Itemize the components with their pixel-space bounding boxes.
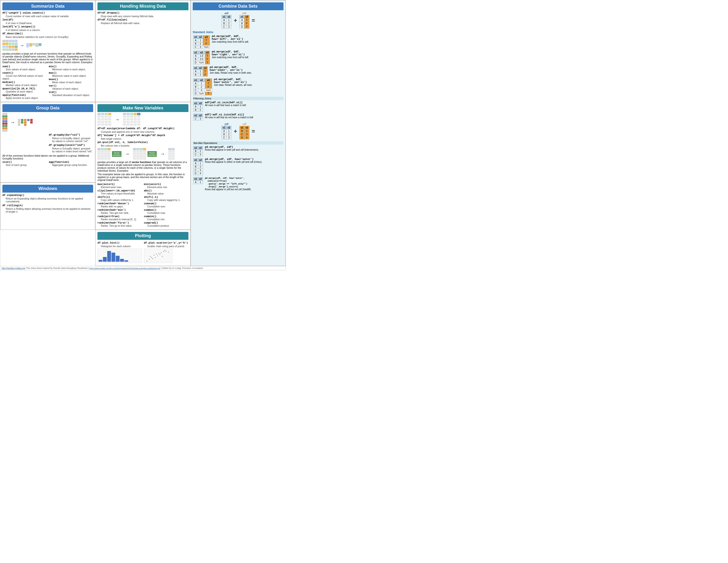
- set-op1-desc: pd.merge(ydf, zdf) Rows that appear in b…: [205, 146, 283, 151]
- make-new-narrative: pandas provides a large set of vector fu…: [97, 161, 188, 172]
- right-join-code: pd.merge(adf, bdf, how='right', on='x1'): [212, 50, 245, 56]
- group-arrow: →: [10, 120, 15, 125]
- outer-join-table: x1x2x3 A1T B2F C3NaN DNaNT: [193, 78, 212, 95]
- set-op3-table: x1x2 A1: [193, 177, 203, 184]
- group-desc: df.groupby(by="col") Return a GroupBy ob…: [2, 133, 93, 153]
- group-diagram: →: [2, 113, 93, 132]
- zdf-area: zdf x1x2 B2 C3 D4: [239, 122, 250, 140]
- plotting-content: df.plot.hist() Histogram for each column…: [97, 241, 188, 264]
- group-note: The examples below can also be applied t…: [97, 173, 188, 181]
- summarize-functions: sum()Sum values of each object. count()C…: [2, 64, 93, 100]
- right-join-row: x1x2x3 A1.0T B2.0F DNaNT pd.merge(adf, b…: [193, 50, 283, 65]
- filter-join1-code: adf[adf.x1.isin(bdf.x1)]: [205, 101, 243, 104]
- filter-joins-label: Filtering Joins: [193, 97, 283, 100]
- set-op3-desc: pd.merge(ydf, zdf, how='outer', indicato…: [205, 177, 283, 191]
- code-abs: abs(): [144, 189, 152, 192]
- plotting-section: Plotting df.plot.hist() Histogram for ea…: [95, 230, 190, 266]
- code-rank-min: rank(method='min'): [97, 208, 126, 211]
- code-cummax: cummax(): [144, 208, 157, 211]
- desc-describe: Basic descriptive statistics for each co…: [2, 35, 93, 38]
- after-bars: [26, 43, 41, 47]
- scatter-visual: [144, 248, 172, 263]
- vec-after: [133, 148, 146, 160]
- before-bars: [2, 40, 18, 51]
- code-hist: df.plot.hist(): [97, 241, 119, 244]
- code-groupby-col: df.groupby(by="col"): [49, 133, 80, 136]
- code-len-df: len(df): [2, 18, 13, 21]
- filter-join2-desc: adf[~adf.x1.isin(bdf.x1)] All rows in ad…: [205, 113, 283, 119]
- make-new-functions: max(axis=1)Element-wise max. clip(lower=…: [97, 182, 188, 227]
- ydf-label: ydf: [221, 122, 232, 125]
- group-extra-left: size() Size of each group.: [2, 160, 47, 166]
- summarize-right: min()Minimum value in each object. max()…: [49, 64, 93, 100]
- group-extra-funcs: size() Size of each group. agg(function)…: [2, 160, 93, 166]
- code-apply: apply(function): [2, 94, 26, 96]
- code-dropna: df=df.dropna(): [97, 11, 119, 14]
- desc-assign: Compute and append one or more new colum…: [97, 130, 188, 133]
- group-bars-before: [2, 113, 7, 132]
- code-qcut: pd.qcut(df.col, n, labels=False): [97, 141, 148, 144]
- code-cumsum: cumsum(): [144, 202, 157, 205]
- summarize-header: Summarize Data: [2, 2, 93, 10]
- left-join-row: x1x2x3 A1T B2F C3NaN pd.merge(adf, bdf, …: [193, 35, 283, 49]
- equals-icon: =: [252, 17, 255, 24]
- desc-qcut: Bin column into n buckets.: [97, 144, 188, 147]
- group-bars-after: [18, 119, 33, 126]
- code-count: count(): [2, 71, 13, 74]
- vector-function-label: Vectorfunction: [112, 151, 121, 157]
- arrow-icon: →: [20, 43, 24, 48]
- before-grid: [97, 113, 111, 126]
- code-value-counts: df['Length'].value_counts(): [2, 11, 45, 14]
- set-op3-code: pd.merge(ydf, zdf, how='outer', indicato…: [205, 177, 247, 188]
- code-mean: mean(): [49, 78, 58, 81]
- code-cummin: cummin(): [144, 215, 157, 218]
- code-shift-1: shift(-1): [144, 196, 158, 198]
- code-fillna: df=df.fillna(value): [97, 18, 127, 21]
- code-sum: sum(): [2, 65, 10, 68]
- summarize-narrative: pandas provides a large set of summary f…: [2, 52, 93, 64]
- make-new-left: max(axis=1)Element-wise max. clip(lower=…: [97, 182, 142, 227]
- hist-area: df.plot.hist() Histogram for each column: [97, 241, 142, 264]
- filter-join2-row: x1x2 C3 adf[~adf.x1.isin(bdf.x1)] All ro…: [193, 113, 283, 121]
- missing-section: Handling Missing Data df=df.dropna() Dro…: [95, 0, 190, 102]
- code-agg: agg(function): [49, 161, 69, 163]
- group-empty: [2, 133, 47, 153]
- desc-value-counts: Count number of rows with each unique va…: [2, 15, 93, 18]
- set-op2-code: pd.merge(ydf, zdf, how='outer'): [205, 158, 254, 161]
- right-join-table: x1x2x3 A1.0T B2.0F DNaNT: [193, 51, 210, 64]
- set-ops-label: Set-like Operations: [193, 141, 283, 145]
- make-new-visual: →: [97, 113, 188, 126]
- arrow-icon3: →: [125, 151, 130, 157]
- footer-ref-url[interactable]: https://www.rstudio.com/wp-content/uploa…: [89, 267, 160, 269]
- plus-icon2: +: [234, 128, 237, 135]
- group-extra-right: agg(function) Aggregate group using func…: [49, 160, 93, 166]
- inner-join-code: pd.merge(adf, bdf, how='inner', on='x1'): [210, 66, 243, 71]
- equals-icon2: =: [252, 128, 255, 135]
- combine-header: Combine Data Sets: [193, 2, 283, 10]
- outer-join-desc: pd.merge(adf, bdf, how='outer', on='x1')…: [214, 78, 283, 86]
- adf-label: adf: [221, 12, 232, 15]
- inner-join-table: x1x2x3 A1T B2F: [193, 66, 208, 76]
- filter-join2-code: adf[~adf.x1.isin(bdf.x1)]: [205, 113, 244, 116]
- code-min-axis: min(axis=1): [144, 183, 161, 186]
- group-funcs: df.groupby(by="col") Return a GroupBy ob…: [49, 133, 93, 153]
- footer-suffix: ) Written by Irv Lustig, Princeton Consu…: [161, 267, 203, 269]
- code-scatter: df.plot.scatter(x='w',y='h'): [144, 241, 188, 244]
- filter-join2-table: x1x2 C3: [193, 114, 203, 121]
- set-op1-code: pd.merge(ydf, zdf): [205, 146, 233, 148]
- code-expanding: df.expanding(): [2, 194, 24, 197]
- desc-rolling: Return a Rolling object allowing summary…: [2, 207, 93, 213]
- code-std: std(): [49, 91, 57, 94]
- code-assign: df=df.assign(Area=lambda df: df.Length*d…: [97, 127, 174, 130]
- set-op2-desc: pd.merge(ydf, zdf, how='outer') Rows tha…: [205, 158, 283, 163]
- desc-volume: Add single column.: [97, 137, 188, 140]
- bdf-area: bdf x1x3 AT BF DT: [239, 12, 250, 29]
- code-shift1: shift(1): [97, 196, 110, 198]
- combine-top-visual: adf x1x2 A1 B2 C3 + bdf x1x3 AT BF DT =: [193, 12, 283, 29]
- code-groupby-level: df.groupby(level="ind"): [49, 144, 85, 147]
- footer-url[interactable]: http://pandas.pydata.org/: [2, 267, 25, 269]
- inner-join-desc: pd.merge(adf, bdf, how='inner', on='x1')…: [210, 66, 283, 74]
- code-rolling: df.rolling(n): [2, 204, 23, 207]
- code-rank-first: rank(method='first'): [97, 221, 129, 224]
- code-clip: clip(lower=-10,upper=10): [97, 189, 135, 192]
